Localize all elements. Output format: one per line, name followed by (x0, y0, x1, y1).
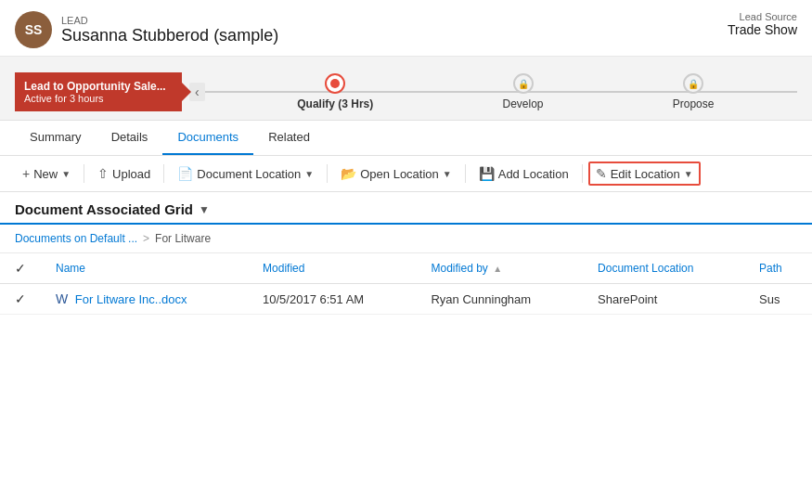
new-chevron-icon: ▼ (61, 169, 71, 179)
avatar: SS (15, 11, 52, 48)
lock-icon-propose: 🔒 (688, 79, 699, 89)
row-path-cell: Sus (744, 284, 812, 315)
new-label: New (33, 167, 58, 181)
grid-title: Document Associated Grid (15, 201, 193, 217)
sort-icon: ▲ (493, 264, 502, 274)
open-location-button[interactable]: 📂 Open Location ▼ (333, 162, 458, 186)
breadcrumb-separator: > (143, 232, 149, 245)
lead-name: Susanna Stubberod (sample) (61, 26, 278, 45)
separator-1 (84, 164, 84, 183)
open-location-icon: 📂 (341, 166, 356, 181)
breadcrumb: Documents on Default ... > For Litware (0, 225, 812, 253)
breadcrumb-part1[interactable]: Documents on Default ... (15, 232, 137, 245)
lock-icon-develop: 🔒 (518, 79, 529, 89)
col-check: ✓ (0, 253, 41, 284)
col-name[interactable]: Name (41, 253, 248, 284)
nav-tabs: Summary Details Documents Related (0, 121, 812, 156)
grid-expand-icon[interactable]: ▼ (199, 203, 210, 216)
file-link[interactable]: For Litware Inc..docx (75, 292, 187, 306)
upload-label: Upload (112, 167, 150, 181)
add-location-icon: 💾 (479, 166, 495, 181)
stage-develop-label: Develop (502, 97, 543, 110)
check-mark: ✓ (15, 261, 26, 276)
row-checkmark: ✓ (15, 291, 26, 306)
col-doc-location[interactable]: Document Location (583, 253, 744, 284)
tab-documents[interactable]: Documents (162, 121, 253, 155)
edit-location-label: Edit Location (611, 167, 680, 181)
document-location-chevron-icon: ▼ (304, 169, 314, 179)
lead-source-value: Trade Show (728, 22, 797, 37)
add-location-button[interactable]: 💾 Add Location (471, 162, 576, 186)
tab-related[interactable]: Related (253, 121, 325, 155)
grid-header: Document Associated Grid ▼ (0, 192, 812, 223)
toolbar: + New ▼ ⇧ Upload 📄 Document Location ▼ 📂… (0, 156, 812, 192)
separator-3 (327, 164, 328, 183)
document-location-icon: 📄 (177, 166, 193, 181)
row-modified-by-cell: Ryan Cunningham (416, 284, 583, 315)
new-button[interactable]: + New ▼ (15, 162, 78, 186)
progress-section: Lead to Opportunity Sale... Active for 3… (0, 57, 812, 121)
row-name-cell[interactable]: W For Litware Inc..docx (41, 284, 248, 315)
add-location-label: Add Location (498, 167, 569, 181)
lead-banner[interactable]: Lead to Opportunity Sale... Active for 3… (15, 72, 182, 111)
col-modified-by[interactable]: Modified by ▲ (416, 253, 583, 284)
separator-5 (582, 164, 583, 183)
document-location-button[interactable]: 📄 Document Location ▼ (170, 162, 321, 186)
row-check-cell: ✓ (0, 284, 41, 315)
banner-subtitle: Active for 3 hours (24, 93, 173, 104)
file-icon: W (56, 291, 68, 306)
stage-propose-label: Propose (673, 97, 715, 110)
document-table: ✓ Name Modified Modified by ▲ Document L… (0, 253, 812, 315)
separator-2 (163, 164, 164, 183)
banner-title: Lead to Opportunity Sale... (24, 80, 173, 93)
breadcrumb-part2: For Litware (155, 232, 211, 245)
stage-develop[interactable]: 🔒 Develop (502, 73, 543, 110)
header: SS LEAD Susanna Stubberod (sample) Lead … (0, 0, 812, 57)
row-modified-cell: 10/5/2017 6:51 AM (248, 284, 416, 315)
grid-section: Documents on Default ... > For Litware ✓… (0, 223, 812, 315)
lead-source-label: Lead Source (728, 11, 797, 22)
stage-propose[interactable]: 🔒 Propose (673, 73, 715, 110)
upload-button[interactable]: ⇧ Upload (90, 162, 158, 186)
edit-location-button[interactable]: ✎ Edit Location ▼ (588, 162, 701, 186)
stage-qualify-label: Qualify (3 Hrs) (297, 97, 373, 110)
col-path[interactable]: Path (744, 253, 812, 284)
open-location-label: Open Location (360, 167, 439, 181)
document-location-label: Document Location (197, 167, 301, 181)
edit-location-icon: ✎ (596, 166, 607, 181)
upload-icon: ⇧ (97, 166, 109, 181)
lead-source-section: Lead Source Trade Show (728, 11, 797, 37)
table-row: ✓ W For Litware Inc..docx 10/5/2017 6:51… (0, 284, 812, 315)
separator-4 (465, 164, 466, 183)
edit-location-chevron-icon: ▼ (684, 169, 693, 179)
collapse-button[interactable]: ‹ (189, 83, 205, 101)
record-type-label: LEAD (61, 15, 278, 26)
stage-qualify[interactable]: Qualify (3 Hrs) (297, 73, 373, 110)
row-doc-location-cell: SharePoint (583, 284, 744, 315)
tab-details[interactable]: Details (97, 121, 163, 155)
col-modified[interactable]: Modified (248, 253, 416, 284)
stage-track: Qualify (3 Hrs) 🔒 Develop 🔒 Propose (205, 64, 797, 120)
plus-icon: + (22, 166, 30, 181)
tab-summary[interactable]: Summary (15, 121, 97, 155)
open-location-chevron-icon: ▼ (443, 169, 452, 179)
